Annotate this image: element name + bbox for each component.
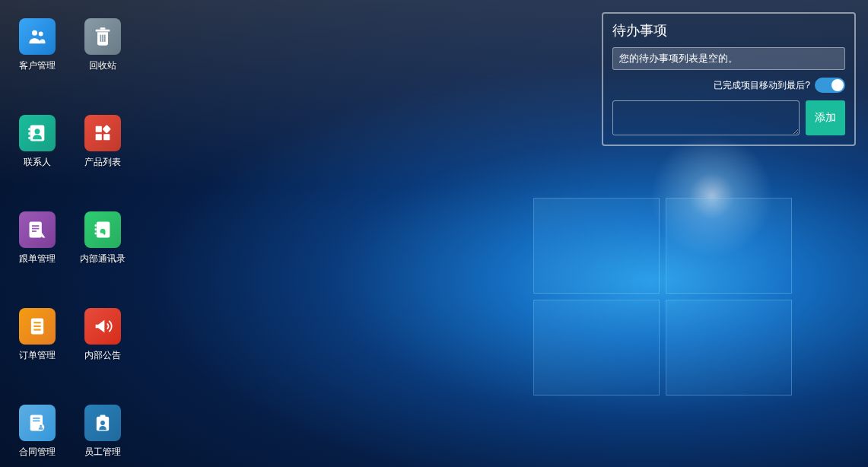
svg-rect-30	[33, 421, 40, 422]
employee-icon	[84, 405, 121, 441]
todo-add-button[interactable]: 添加	[806, 100, 845, 135]
app-internal-directory[interactable]: 内部通讯录	[76, 211, 129, 265]
app-order-management[interactable]: 订单管理	[11, 308, 64, 362]
svg-rect-25	[33, 322, 40, 323]
app-recycle-bin[interactable]: 回收站	[76, 18, 129, 72]
svg-point-8	[35, 129, 40, 134]
svg-rect-17	[32, 225, 39, 227]
svg-rect-3	[100, 27, 106, 29]
app-label: 合同管理	[19, 446, 56, 459]
svg-rect-18	[32, 228, 39, 230]
grid-icon	[84, 115, 121, 151]
desktop-icons-grid: 客户管理 回收站 联系人 产品列表 跟单管理 内部通讯录 订单管	[11, 18, 129, 467]
todo-title: 待办事项	[612, 21, 845, 40]
svg-rect-14	[96, 134, 102, 140]
svg-rect-5	[102, 35, 103, 42]
svg-rect-29	[33, 418, 40, 419]
svg-point-32	[40, 425, 42, 427]
todo-panel: 待办事项 您的待办事项列表是空的。 已完成项目移动到最后? 添加	[602, 12, 856, 146]
svg-rect-13	[102, 125, 111, 134]
svg-rect-19	[32, 230, 37, 232]
svg-point-0	[32, 30, 37, 36]
document-icon	[19, 211, 56, 248]
todo-input[interactable]	[612, 100, 800, 135]
app-label: 订单管理	[19, 349, 56, 362]
app-order-tracking[interactable]: 跟单管理	[11, 211, 64, 265]
svg-rect-15	[103, 134, 110, 140]
svg-rect-4	[100, 35, 102, 42]
svg-point-1	[39, 32, 43, 37]
svg-rect-34	[100, 415, 106, 419]
users-icon	[19, 18, 56, 55]
toggle-thumb	[831, 79, 844, 91]
svg-rect-26	[33, 326, 40, 327]
app-customer-management[interactable]: 客户管理	[11, 18, 64, 72]
app-label: 内部公告	[84, 349, 121, 362]
svg-point-35	[100, 421, 105, 425]
app-label: 产品列表	[84, 156, 121, 169]
app-contract-management[interactable]: 合同管理	[11, 405, 64, 459]
todo-empty-message: 您的待办事项列表是空的。	[612, 47, 845, 70]
contact-icon	[19, 115, 56, 151]
svg-rect-22	[95, 228, 97, 230]
svg-rect-9	[28, 128, 30, 131]
svg-rect-11	[28, 137, 30, 140]
app-label: 联系人	[24, 156, 51, 169]
todo-toggle-row: 已完成项目移动到最后?	[612, 78, 845, 93]
announcement-icon	[84, 308, 121, 345]
svg-rect-23	[95, 233, 97, 235]
todo-toggle-label: 已完成项目移动到最后?	[714, 79, 810, 92]
app-label: 回收站	[89, 59, 116, 72]
app-contacts[interactable]: 联系人	[11, 115, 64, 169]
app-label: 员工管理	[84, 446, 121, 459]
svg-rect-2	[96, 30, 110, 32]
app-label: 客户管理	[19, 59, 56, 72]
app-employee-management[interactable]: 员工管理	[76, 405, 129, 459]
svg-rect-10	[28, 132, 30, 135]
todo-input-row: 添加	[612, 100, 845, 135]
svg-rect-27	[33, 329, 40, 331]
app-internal-announcement[interactable]: 内部公告	[76, 308, 129, 362]
svg-rect-12	[96, 126, 102, 132]
app-label: 跟单管理	[19, 253, 56, 265]
background-window-panes	[533, 198, 792, 396]
svg-rect-16	[30, 222, 42, 238]
order-icon	[19, 308, 56, 345]
svg-rect-6	[104, 35, 106, 42]
app-product-list[interactable]: 产品列表	[76, 115, 129, 169]
todo-move-completed-toggle[interactable]	[815, 78, 845, 93]
trash-icon	[84, 18, 121, 55]
contract-icon	[19, 405, 56, 441]
addressbook-icon	[84, 211, 121, 248]
app-label: 内部通讯录	[80, 253, 126, 265]
svg-rect-21	[95, 224, 97, 227]
